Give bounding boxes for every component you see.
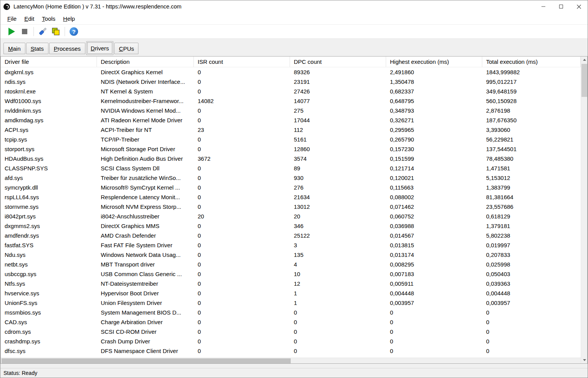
table-row[interactable]: crashdmp.sys Crash Dump Driver 0 0 0 0 <box>1 336 581 346</box>
table-row[interactable]: stornvme.sys Microsoft NVM Express Storp… <box>1 202 581 211</box>
scroll-up-button[interactable] <box>581 57 588 63</box>
tab-stats[interactable]: Stats <box>26 43 48 54</box>
cell-driver-file: Wdf01000.sys <box>1 96 97 106</box>
table-row[interactable]: dfsc.sys DFS Namespace Client Driver 0 0… <box>1 346 581 356</box>
table-row[interactable]: dxgkrnl.sys DirectX Graphics Kernel 0 89… <box>1 67 581 77</box>
table-row[interactable]: usbccgp.sys USB Common Class Generic ...… <box>1 269 581 279</box>
table-row[interactable]: Ntfs.sys NT-Dateisystemtreiber 0 12 0,00… <box>1 279 581 288</box>
cell-description: SCSI Class System Dll <box>97 163 194 173</box>
cell-total-execution: 1,379181 <box>482 221 581 231</box>
cell-description: Hypervisor Boot Driver <box>97 288 194 298</box>
table-row[interactable]: netbt.sys MBT Transport driver 0 4 0,008… <box>1 260 581 269</box>
run-icon <box>8 28 15 35</box>
table-row[interactable]: amdkmdag.sys ATI Radeon Kernel Mode Driv… <box>1 115 581 125</box>
cell-total-execution: 0,618129 <box>482 211 581 221</box>
table-row[interactable]: afd.sys Treiber für zusätzliche WinSo...… <box>1 173 581 183</box>
cell-total-execution: 5,802238 <box>482 231 581 240</box>
tools-options-button[interactable] <box>36 26 49 37</box>
cell-driver-file: rspLLL64.sys <box>1 192 97 202</box>
column-header-total-execution[interactable]: Total execution (ms) <box>482 57 581 67</box>
cell-description: System Management BIOS D... <box>97 308 194 317</box>
vertical-scrollbar[interactable] <box>581 57 587 363</box>
cell-dpc-count: 21634 <box>290 192 386 202</box>
copy-report-button[interactable] <box>49 26 62 37</box>
cell-driver-file: tcpip.sys <box>1 135 97 144</box>
cell-dpc-count: 23191 <box>290 77 386 87</box>
cell-total-execution: 0,039363 <box>482 279 581 288</box>
tab-main[interactable]: Main <box>3 43 25 54</box>
cell-description: Crash Dump Driver <box>97 336 194 346</box>
table-row[interactable]: tcpip.sys TCP/IP-Treiber 0 5161 0,265790… <box>1 135 581 144</box>
cell-dpc-count: 1 <box>290 288 386 298</box>
horizontal-scrollbar[interactable] <box>1 358 581 363</box>
table-row[interactable]: Ndu.sys Windows Network Data Usag... 0 1… <box>1 250 581 260</box>
table-row[interactable]: nvlddmkm.sys NVIDIA Windows Kernel Mod..… <box>1 106 581 115</box>
table-row[interactable]: symcryptk.dll Microsoft® SymCrypt Kernel… <box>1 183 581 192</box>
cell-isr-count: 0 <box>194 336 290 346</box>
table-row[interactable]: hvservice.sys Hypervisor Boot Driver 0 1… <box>1 288 581 298</box>
scroll-down-button[interactable] <box>581 357 588 363</box>
help-button[interactable]: ? <box>67 26 80 37</box>
copy-report-icon <box>51 27 61 37</box>
table-row[interactable]: storport.sys Microsoft Storage Port Driv… <box>1 144 581 154</box>
horizontal-scrollbar-thumb[interactable] <box>2 358 291 363</box>
cell-dpc-count: 5161 <box>290 135 386 144</box>
table-row[interactable]: Wdf01000.sys Kernelmodustreiber-Framewor… <box>1 96 581 106</box>
cell-isr-count: 0 <box>194 288 290 298</box>
table-row[interactable]: i8042prt.sys i8042-Anschlusstreiber 20 2… <box>1 211 581 221</box>
table-row[interactable]: CAD.sys Charge Arbiration Driver 0 0 0 0 <box>1 317 581 327</box>
cell-description: USB Common Class Generic ... <box>97 269 194 279</box>
cell-isr-count: 0 <box>194 231 290 240</box>
cell-driver-file: netbt.sys <box>1 260 97 269</box>
menu-file[interactable]: File <box>3 14 20 23</box>
cell-isr-count: 0 <box>194 260 290 269</box>
table-row[interactable]: cdrom.sys SCSI CD-ROM Driver 0 0 0 0 <box>1 327 581 336</box>
cell-highest-execution: 0,295965 <box>386 125 482 135</box>
stop-button[interactable] <box>18 26 31 37</box>
column-header-dpc-count[interactable]: DPC count <box>290 57 386 67</box>
table-row[interactable]: HDAudBus.sys High Definition Audio Bus D… <box>1 154 581 163</box>
table-row[interactable]: fastfat.SYS Fast FAT File System Driver … <box>1 240 581 250</box>
cell-dpc-count: 14077 <box>290 96 386 106</box>
column-header-isr-count[interactable]: ISR count <box>194 57 290 67</box>
cell-highest-execution: 0,115663 <box>386 183 482 192</box>
cell-highest-execution: 0,120021 <box>386 173 482 183</box>
table-row[interactable]: amdfendr.sys AMD Crash Defender 0 25122 … <box>1 231 581 240</box>
vertical-scrollbar-thumb[interactable] <box>581 64 587 97</box>
table-row[interactable]: ndis.sys NDIS (Network Driver Interface.… <box>1 77 581 87</box>
tab-drivers[interactable]: Drivers <box>86 41 114 55</box>
cell-description: Charge Arbiration Driver <box>97 317 194 327</box>
cell-total-execution: 0 <box>482 336 581 346</box>
cell-isr-count: 0 <box>194 298 290 308</box>
menu-tools[interactable]: Tools <box>38 14 59 23</box>
cell-driver-file: ntoskrnl.exe <box>1 87 97 96</box>
column-header-driver-file[interactable]: Driver file <box>1 57 97 67</box>
cell-dpc-count: 17044 <box>290 115 386 125</box>
cell-isr-count: 0 <box>194 308 290 317</box>
cell-total-execution: 2,876198 <box>482 106 581 115</box>
column-header-highest-execution[interactable]: Highest execution (ms) <box>386 57 482 67</box>
minimize-button[interactable] <box>535 0 552 13</box>
table-row[interactable]: rspLLL64.sys Resplendence Latency Monit.… <box>1 192 581 202</box>
cell-driver-file: fastfat.SYS <box>1 240 97 250</box>
close-button[interactable] <box>570 0 588 13</box>
run-button[interactable] <box>5 26 18 37</box>
cell-dpc-count: 0 <box>290 317 386 327</box>
table-row[interactable]: UnionFS.sys Union Filesystem Driver 0 1 … <box>1 298 581 308</box>
table-row[interactable]: dxgmms2.sys DirectX Graphics MMS 0 346 0… <box>1 221 581 231</box>
tab-processes[interactable]: Processes <box>49 43 85 54</box>
cell-driver-file: amdkmdag.sys <box>1 115 97 125</box>
cell-dpc-count: 89326 <box>290 67 386 77</box>
tab-cpus[interactable]: CPUs <box>114 43 138 54</box>
table-row[interactable]: CLASSPNP.SYS SCSI Class System Dll 0 89 … <box>1 163 581 173</box>
maximize-button[interactable] <box>552 0 570 13</box>
titlebar: LatencyMon (Home Edition ) v 7.31 - http… <box>0 0 588 13</box>
menu-help[interactable]: Help <box>59 14 79 23</box>
menu-edit[interactable]: Edit <box>20 14 38 23</box>
table-row[interactable]: ntoskrnl.exe NT Kernel & System 0 27426 … <box>1 87 581 96</box>
table-row[interactable]: mssmbios.sys System Management BIOS D...… <box>1 308 581 317</box>
table-row[interactable]: ACPI.sys ACPI-Treiber für NT 23 112 0,29… <box>1 125 581 135</box>
cell-driver-file: dxgmms2.sys <box>1 221 97 231</box>
cell-total-execution: 1843,999882 <box>482 67 581 77</box>
column-header-description[interactable]: Description <box>97 57 194 67</box>
